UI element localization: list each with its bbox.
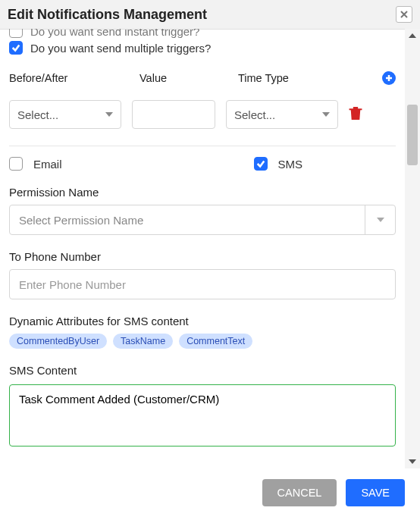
dialog-header: Edit Notifications Management xyxy=(0,0,420,30)
save-button[interactable]: SAVE xyxy=(346,479,405,506)
triangle-up-icon xyxy=(409,33,416,38)
permission-placeholder: Select Permission Name xyxy=(10,214,365,227)
delete-trigger-button[interactable] xyxy=(349,106,362,123)
dialog-footer: CANCEL SAVE xyxy=(0,468,420,517)
check-icon xyxy=(11,43,20,52)
before-after-select[interactable]: Select... xyxy=(9,100,121,129)
email-checkbox[interactable] xyxy=(9,157,23,171)
cancel-button[interactable]: CANCEL xyxy=(262,479,337,506)
email-label: Email xyxy=(33,158,62,171)
scroll-down-button[interactable] xyxy=(405,455,420,468)
col-time-type: Time Type xyxy=(238,72,382,84)
dialog-title: Edit Notifications Management xyxy=(8,7,207,23)
multiple-trigger-label: Do you want send multiple triggers? xyxy=(30,42,211,55)
close-icon xyxy=(400,10,409,19)
multiple-trigger-checkbox[interactable] xyxy=(9,41,23,55)
chip-commented-by-user[interactable]: CommentedByUser xyxy=(9,334,107,349)
col-value: Value xyxy=(139,72,238,84)
permission-name-select[interactable]: Select Permission Name xyxy=(9,205,396,235)
value-input[interactable] xyxy=(132,100,215,129)
sms-content-textarea[interactable] xyxy=(9,384,396,446)
chevron-down-icon xyxy=(105,112,113,117)
instant-trigger-label: Do you want send instant trigger? xyxy=(30,29,199,38)
chevron-down-icon xyxy=(377,218,384,222)
chip-task-name[interactable]: TaskName xyxy=(113,334,173,349)
trigger-row: Select... Select... xyxy=(9,100,396,129)
dynamic-attrs-label: Dynamic Attributes for SMS content xyxy=(9,315,396,327)
phone-label: To Phone Number xyxy=(9,250,396,263)
instant-trigger-row: Do you want send instant trigger? xyxy=(9,29,396,38)
sms-content-label: SMS Content xyxy=(9,364,396,377)
multiple-trigger-row: Do you want send multiple triggers? xyxy=(9,41,396,55)
scroll-thumb[interactable] xyxy=(407,105,418,165)
time-type-select[interactable]: Select... xyxy=(226,100,338,129)
select-placeholder: Select... xyxy=(17,108,58,121)
scroll-up-button[interactable] xyxy=(405,29,420,42)
trigger-columns-header: Before/After Value Time Type xyxy=(9,71,396,85)
sms-label: SMS xyxy=(278,158,303,171)
dialog-body: Do you want send instant trigger? Do you… xyxy=(0,29,405,468)
chevron-down-icon xyxy=(322,112,330,117)
instant-trigger-checkbox[interactable] xyxy=(9,29,23,38)
phone-input[interactable] xyxy=(9,269,396,299)
permission-name-label: Permission Name xyxy=(9,186,396,199)
select-placeholder: Select... xyxy=(234,108,275,121)
add-trigger-button[interactable] xyxy=(382,71,396,85)
check-icon xyxy=(256,159,265,168)
triangle-down-icon xyxy=(409,459,416,464)
vertical-scrollbar[interactable] xyxy=(405,29,420,468)
select-indicator xyxy=(365,205,395,234)
chip-comment-text[interactable]: CommentText xyxy=(179,334,252,349)
close-button[interactable] xyxy=(396,6,412,23)
col-before-after: Before/After xyxy=(9,72,139,84)
sms-checkbox[interactable] xyxy=(254,157,268,171)
trash-icon xyxy=(349,106,362,121)
plus-icon xyxy=(385,74,393,82)
chip-row: CommentedByUser TaskName CommentText xyxy=(9,334,396,349)
channel-row: Email SMS xyxy=(9,157,396,171)
divider xyxy=(9,146,396,146)
